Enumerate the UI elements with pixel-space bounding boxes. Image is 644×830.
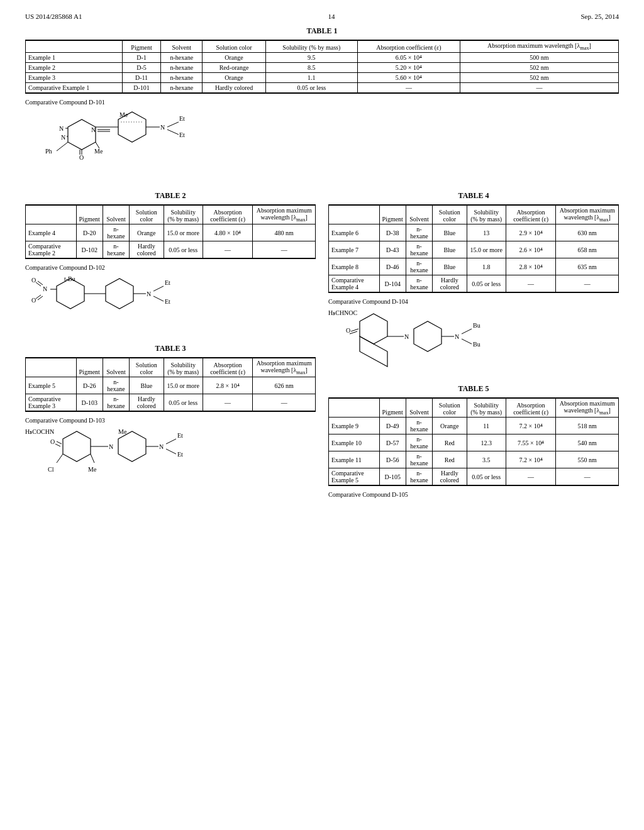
svg-text:O: O — [31, 277, 36, 284]
table-cell: — — [556, 468, 619, 486]
svg-text:N: N — [43, 285, 47, 292]
svg-text:N: N — [147, 290, 151, 297]
svg-line-73 — [462, 329, 472, 334]
t5-col5: Absorption coefficient (ε) — [506, 398, 556, 418]
table5: Pigment Solvent Solution color Solu­bili… — [328, 397, 619, 486]
table-cell: n-hexane — [161, 63, 203, 73]
svg-line-67 — [350, 331, 357, 334]
table-cell: Example 1 — [26, 53, 123, 63]
table-row: Example 4D-20n-hexaneOrange15.0 or more4… — [26, 224, 316, 241]
table-cell: D-46 — [379, 258, 406, 275]
t4-col6: Absorp­tion maxi­mum wave­length [λmax] — [556, 205, 619, 224]
table1-col3: Solution color — [203, 40, 265, 53]
table-cell: 0.05 or less — [467, 275, 506, 293]
patent-number: US 2014/285868 A1 — [25, 13, 82, 20]
table-cell: Red — [433, 451, 467, 468]
table-cell: 2.8 × 10⁴ — [506, 258, 556, 275]
table-cell: Hardly colored — [130, 241, 164, 259]
table-cell: 3.5 — [467, 451, 506, 468]
svg-text:Cl: Cl — [48, 466, 54, 473]
svg-text:N: N — [61, 134, 65, 141]
table-cell: 9.5 — [265, 53, 357, 63]
svg-text:N: N — [159, 443, 164, 450]
table-row: Example 11D-56n-hexaneRed3.57.2 × 10⁴550… — [329, 451, 619, 468]
table-cell: Comparative Example 1 — [26, 83, 123, 94]
svg-marker-70 — [414, 321, 441, 351]
svg-line-58 — [166, 439, 176, 444]
t5-col2: Solvent — [406, 398, 432, 418]
table-cell: Orange — [130, 224, 164, 241]
svg-marker-64 — [360, 336, 387, 367]
compound-d103-structure: H₃COCHN Me Cl Me O N — [25, 426, 316, 497]
table-cell: — — [253, 241, 316, 259]
table-cell: Blue — [433, 241, 467, 258]
svg-text:N: N — [455, 333, 459, 340]
table-cell: Red — [433, 434, 467, 451]
svg-line-41 — [153, 296, 164, 301]
t3-col4: Solu­bility (% by mass) — [164, 358, 203, 377]
svg-text:Me: Me — [88, 466, 97, 473]
table-cell: D-104 — [379, 275, 406, 293]
t3-col2: Solvent — [103, 358, 129, 377]
table1-col5: Absorption coefficient (ε) — [357, 40, 460, 53]
table-cell: D-49 — [379, 418, 406, 434]
t4-col0 — [329, 205, 380, 224]
table1: Pigment Solvent Solution color Solubilit… — [25, 40, 619, 94]
t5-col3: Solution color — [433, 398, 467, 418]
table-cell: 5.20 × 10⁴ — [357, 63, 460, 73]
table-cell: Blue — [130, 377, 164, 394]
table5-title: TABLE 5 — [328, 384, 619, 394]
t2-col2: Solvent — [103, 205, 129, 224]
t3-col6: Absorp­tion maxi­mum wave­length [λmax] — [253, 358, 316, 377]
table-cell: D-103 — [76, 394, 103, 412]
table-cell: — — [506, 275, 556, 293]
table-cell: Comparative Example 4 — [329, 275, 380, 293]
svg-text:O: O — [79, 154, 84, 161]
svg-marker-36 — [106, 279, 133, 309]
table-cell: D-43 — [379, 241, 406, 258]
table-cell: D-56 — [379, 451, 406, 468]
table-cell: Orange — [203, 73, 265, 83]
svg-marker-55 — [118, 431, 146, 462]
table-cell: 635 nm — [556, 258, 619, 275]
table1-col1: Pigment — [122, 40, 160, 53]
table-cell: n-hexane — [406, 275, 432, 293]
table-cell: n-hexane — [161, 53, 203, 63]
table1-col0 — [26, 40, 123, 53]
svg-text:N: N — [109, 443, 113, 450]
table-cell: 1.1 — [265, 73, 357, 83]
compound-d104-label: Comparative Compound D-104 — [328, 298, 619, 305]
table-cell: D-11 — [122, 73, 160, 83]
table-cell: 500 nm — [460, 53, 618, 63]
table-cell: 518 nm — [556, 418, 619, 434]
table-cell: D-5 — [122, 63, 160, 73]
table-cell: 13 — [467, 224, 506, 241]
table-cell: 630 nm — [556, 224, 619, 241]
table-row: Example 5D-26n-hexaneBlue15.0 or more2.8… — [26, 377, 316, 394]
table-cell: D-102 — [76, 241, 103, 259]
table-cell: — — [506, 468, 556, 486]
compound-d103-label: Comparative Compound D-103 — [25, 417, 316, 424]
table-cell: Comparative Example 2 — [26, 241, 77, 259]
table-row: Example 2D-5n-hexaneRed-orange8.55.20 × … — [26, 63, 619, 73]
table-cell: 626 nm — [253, 377, 316, 394]
svg-text:N: N — [404, 333, 409, 340]
table-row: Example 9D-49n-hexaneOrange117.2 × 10⁴51… — [329, 418, 619, 434]
table5-wrapper: TABLE 5 Pigment Solvent Solution color S… — [328, 384, 619, 486]
table-cell: — — [253, 394, 316, 412]
table-cell: — — [460, 83, 618, 94]
svg-text:Et: Et — [179, 131, 185, 138]
table-row: Comparative Example 5D-105n-hexaneHardly… — [329, 468, 619, 486]
table-cell: Example 6 — [329, 224, 380, 241]
table-cell: 15.0 or more — [164, 224, 203, 241]
table-cell: Comparative Example 5 — [329, 468, 380, 486]
table-cell: 502 nm — [460, 63, 618, 73]
table-cell: — — [556, 275, 619, 293]
date: Sep. 25, 2014 — [581, 13, 619, 20]
two-column-layout: TABLE 2 Pigment Solvent Solution color S… — [25, 185, 619, 502]
table-cell: — — [357, 83, 460, 94]
compound-d101-label: Comparative Compound D-101 — [25, 99, 619, 106]
t2-col4: Solu­bility (% by mass) — [164, 205, 203, 224]
table-cell: Example 2 — [26, 63, 123, 73]
t2-col5: Absorption coefficient (ε) — [203, 205, 253, 224]
